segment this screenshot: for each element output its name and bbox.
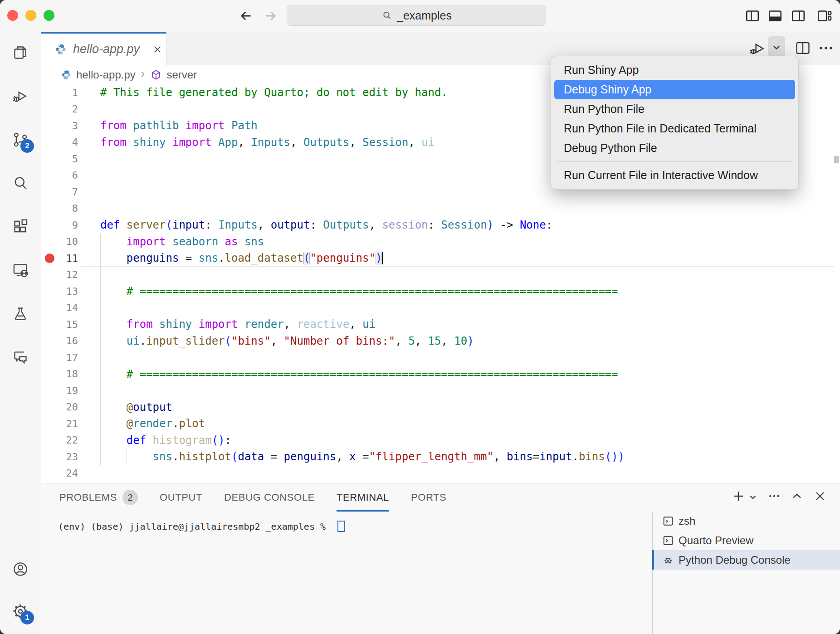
code-line[interactable]: 18 # ===================================…: [41, 366, 840, 383]
testing-beaker-icon[interactable]: [11, 305, 29, 323]
terminal-icon: [662, 515, 674, 527]
code-line[interactable]: 16 ui.input_slider("bins", "Number of bi…: [41, 333, 840, 350]
minimize-window-button[interactable]: [25, 10, 36, 21]
terminal-dropdown-chevron-icon[interactable]: [747, 491, 762, 506]
code-text: @render.plot: [100, 415, 205, 432]
line-number[interactable]: 9: [41, 219, 78, 231]
panel-tab-label: OUTPUT: [160, 492, 202, 503]
panel-tab-label: PROBLEMS: [59, 492, 117, 503]
maximize-panel-icon[interactable]: [790, 489, 804, 503]
panel-tab[interactable]: TERMINAL: [337, 490, 389, 512]
close-icon[interactable]: [151, 43, 164, 56]
more-actions-icon[interactable]: [817, 39, 835, 57]
source-control-badge: 2: [20, 139, 34, 153]
line-number[interactable]: 8: [41, 203, 78, 214]
line-number[interactable]: 20: [41, 401, 78, 413]
line-number[interactable]: 1: [41, 87, 78, 98]
line-number[interactable]: 15: [41, 319, 78, 330]
code-line[interactable]: 22 def histogram():: [41, 432, 840, 449]
comments-icon[interactable]: [11, 348, 29, 366]
line-number[interactable]: 22: [41, 434, 78, 446]
menu-item[interactable]: Debug Shiny App: [554, 80, 795, 99]
settings-gear-icon[interactable]: 1: [11, 602, 29, 620]
problems-badge: 2: [122, 490, 138, 505]
breakpoint-icon[interactable]: [45, 254, 54, 263]
run-and-debug-icon[interactable]: [11, 87, 29, 105]
terminal-prompt: (env) (base) jjallaire@jjallairesmbp2 _e…: [58, 521, 331, 532]
more-actions-icon[interactable]: [767, 489, 781, 503]
menu-item[interactable]: Run Current File in Interactive Window: [554, 166, 795, 185]
panel-tab[interactable]: OUTPUT: [160, 490, 202, 512]
code-line[interactable]: 17: [41, 349, 840, 366]
zoom-window-button[interactable]: [44, 10, 54, 21]
panel-tab-label: PORTS: [411, 492, 446, 503]
extensions-icon[interactable]: [11, 218, 29, 236]
line-number[interactable]: 2: [41, 103, 78, 115]
code-line[interactable]: 12: [41, 267, 840, 283]
line-number[interactable]: 7: [41, 186, 78, 198]
source-control-icon[interactable]: 2: [11, 131, 29, 149]
toggle-panel-icon[interactable]: [767, 8, 783, 24]
text-cursor: [382, 252, 383, 264]
menu-item[interactable]: Run Python File in Dedicated Terminal: [554, 119, 795, 138]
menu-item[interactable]: Run Shiny App: [554, 60, 795, 80]
close-window-button[interactable]: [7, 10, 18, 21]
debug-run-icon[interactable]: [748, 39, 767, 58]
code-line[interactable]: 20 @output: [41, 399, 840, 416]
code-text: def histogram():: [100, 432, 231, 449]
toggle-secondary-sidebar-icon[interactable]: [790, 8, 806, 24]
close-panel-icon[interactable]: [813, 489, 827, 503]
line-number[interactable]: 10: [41, 236, 78, 247]
breadcrumb-file[interactable]: hello-app.py: [76, 68, 136, 81]
code-line[interactable]: 21 @render.plot: [41, 415, 840, 432]
line-number[interactable]: 21: [41, 418, 78, 429]
panel-tab[interactable]: DEBUG CONSOLE: [224, 490, 315, 512]
new-terminal-icon[interactable]: [731, 489, 746, 503]
customize-layout-icon[interactable]: [816, 8, 832, 24]
code-line[interactable]: 13 # ===================================…: [41, 283, 840, 300]
menu-item[interactable]: Run Python File: [554, 99, 795, 119]
terminal-list-item[interactable]: Quarto Preview: [652, 531, 840, 550]
line-number[interactable]: 16: [41, 335, 78, 346]
panel-tab[interactable]: PROBLEMS2: [59, 490, 138, 512]
terminal-list-item[interactable]: Python Debug Console: [652, 550, 840, 570]
toggle-primary-sidebar-icon[interactable]: [744, 8, 761, 24]
settings-badge: 1: [20, 611, 34, 624]
code-line[interactable]: 15 from shiny import render, reactive, u…: [41, 316, 840, 333]
line-number[interactable]: 19: [41, 385, 78, 396]
line-number[interactable]: 14: [41, 302, 78, 313]
line-number[interactable]: 18: [41, 368, 78, 380]
forward-arrow-icon[interactable]: [263, 8, 279, 24]
split-editor-icon[interactable]: [794, 39, 811, 57]
account-icon[interactable]: [11, 560, 29, 578]
line-number[interactable]: 4: [41, 137, 78, 148]
line-number[interactable]: 23: [41, 451, 78, 463]
terminal-list-item[interactable]: zsh: [652, 511, 840, 531]
line-number[interactable]: 24: [41, 468, 78, 479]
code-line[interactable]: 19: [41, 382, 840, 399]
terminal-list-label: Quarto Preview: [679, 534, 753, 547]
back-arrow-icon[interactable]: [238, 8, 254, 24]
command-center-search[interactable]: _examples: [287, 5, 546, 26]
remote-explorer-icon[interactable]: [11, 261, 29, 279]
search-icon[interactable]: [11, 174, 29, 192]
panel-tab[interactable]: PORTS: [411, 490, 446, 512]
code-line[interactable]: 14: [41, 300, 840, 317]
line-number[interactable]: 6: [41, 170, 78, 181]
code-line[interactable]: 24: [41, 465, 840, 482]
explorer-icon[interactable]: [11, 44, 29, 62]
code-line[interactable]: 23 sns.histplot(data = penguins, x ="fli…: [41, 449, 840, 465]
line-number[interactable]: 17: [41, 352, 78, 363]
code-line[interactable]: 8: [41, 200, 840, 217]
breadcrumb-symbol[interactable]: server: [166, 68, 197, 81]
line-number[interactable]: 3: [41, 120, 78, 132]
code-line[interactable]: 9def server(input: Inputs, output: Outpu…: [41, 217, 840, 234]
code-line[interactable]: 11 penguins = sns.load_dataset("penguins…: [41, 250, 840, 267]
menu-item[interactable]: Debug Python File: [554, 138, 795, 158]
line-number[interactable]: 13: [41, 286, 78, 297]
tab-hello-app[interactable]: hello-app.py: [41, 32, 166, 65]
line-number[interactable]: 5: [41, 153, 78, 165]
run-dropdown-chevron-icon[interactable]: [768, 36, 785, 58]
line-number[interactable]: 12: [41, 269, 78, 280]
code-line[interactable]: 10 import seaborn as sns: [41, 234, 840, 250]
